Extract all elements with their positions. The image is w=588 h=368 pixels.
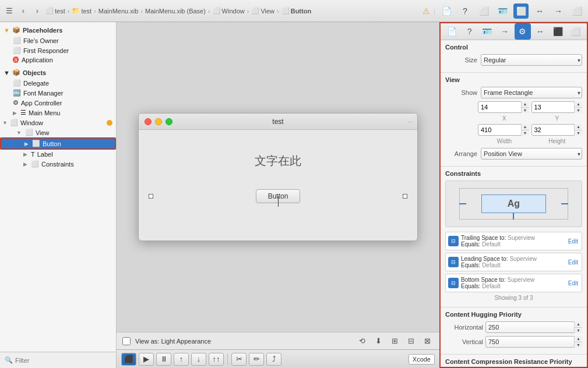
placeholders-label: Placeholders xyxy=(23,27,62,34)
sim-close-dot[interactable] xyxy=(145,118,152,125)
canvas-area[interactable]: test ··· 文字在此 Button xyxy=(117,22,439,332)
bt-btn-4[interactable]: ↑ xyxy=(174,353,189,366)
app-controller-item[interactable]: ⚙ App Controller xyxy=(0,98,116,108)
rt-size-btn[interactable]: ↔ xyxy=(532,23,548,40)
bottom-edit-btn[interactable]: Edit xyxy=(567,280,579,286)
toolbar-right-sep: | xyxy=(434,8,435,15)
center-bottom-bar: View as: Light Appearance ⟲ ⬇ ⊞ ⊟ ⊠ xyxy=(117,332,439,349)
sim-window: test ··· 文字在此 Button xyxy=(138,113,418,241)
rt-connections-btn[interactable]: → xyxy=(497,23,513,40)
rt-effects-btn[interactable]: ⬜ xyxy=(568,23,584,40)
sim-button-row: Button xyxy=(150,186,406,206)
identity-btn[interactable]: 🪪 xyxy=(495,3,510,19)
hugging-v-up[interactable]: ▲ xyxy=(575,336,582,342)
leading-edit-btn[interactable]: Edit xyxy=(567,259,579,266)
hugging-h-select[interactable]: 250 xyxy=(485,321,582,333)
breadcrumb-file-icon: ⬜ xyxy=(45,7,54,15)
sim-handle-right[interactable] xyxy=(403,194,407,199)
rt-help-btn[interactable]: ? xyxy=(462,23,478,40)
window-icon: ⬜ xyxy=(10,119,18,126)
forward-btn[interactable]: › xyxy=(31,5,43,17)
cv-outer: Ag xyxy=(459,188,568,220)
size-inspector-btn[interactable]: ↔ xyxy=(532,3,547,19)
align-btn[interactable]: ⊠ xyxy=(421,335,434,348)
label-item[interactable]: ▶ T Label xyxy=(0,150,116,159)
hugging-v-down[interactable]: ▼ xyxy=(575,342,582,348)
hugging-h-down[interactable]: ▼ xyxy=(575,328,582,334)
bt-btn-5[interactable]: ↓ xyxy=(191,353,206,366)
bt-btn-2[interactable]: ▶ xyxy=(139,353,154,366)
breadcrumb-xib1[interactable]: MainMenu.xib xyxy=(98,8,138,15)
bindings-btn[interactable]: ⬜ xyxy=(569,3,585,19)
bt-btn-arrow[interactable]: ⤴ xyxy=(266,353,281,366)
coord-x-down[interactable]: ▼ xyxy=(522,108,529,114)
leading-constraint-text: Leading Space to: Superview Equals: Defa… xyxy=(461,256,565,268)
coord-y-up[interactable]: ▲ xyxy=(575,101,582,108)
connections-btn[interactable]: → xyxy=(551,3,566,19)
bt-btn-6[interactable]: ↑↑ xyxy=(209,353,224,366)
rt-bindings-btn[interactable]: ⬛ xyxy=(550,23,566,40)
constraints-item[interactable]: ▶ ⬜ Constraints xyxy=(0,159,116,169)
hugging-v-select[interactable]: 750 xyxy=(485,336,582,348)
back-btn[interactable]: ‹ xyxy=(17,5,29,17)
view-show-select[interactable]: Frame Rectangle xyxy=(481,87,582,98)
filter-input[interactable] xyxy=(15,357,111,364)
trailing-edit-btn[interactable]: Edit xyxy=(567,238,579,245)
sim-titlebar: test ··· xyxy=(139,114,417,130)
zoom-fit-btn[interactable]: ⟲ xyxy=(355,335,368,348)
coord-w-down[interactable]: ▼ xyxy=(522,130,529,136)
bt-btn-3[interactable]: ⏸ xyxy=(156,353,171,366)
coord-y-down[interactable]: ▼ xyxy=(575,108,582,114)
main-menu-item[interactable]: ▶ ☰ Main Menu xyxy=(0,108,116,118)
sim-max-dot[interactable] xyxy=(166,118,172,125)
placeholders-group-header[interactable]: ▼ 📦 Placeholders xyxy=(0,24,116,36)
hugging-v-label: Vertical xyxy=(445,338,483,345)
bt-btn-scissors[interactable]: ✂ xyxy=(231,353,247,366)
files-owner-item[interactable]: ⬜ File's Owner xyxy=(0,36,116,45)
hugging-v-select-wrap: 750 ▲ ▼ xyxy=(485,336,582,348)
application-item[interactable]: 🅐 Application xyxy=(0,55,116,65)
grid-btn[interactable]: ⊞ xyxy=(388,335,401,348)
rt-file-btn[interactable]: 📄 xyxy=(443,23,460,40)
delegate-item[interactable]: ⬜ Delegate xyxy=(0,78,116,88)
file-inspector-btn[interactable]: 📄 xyxy=(439,3,454,19)
control-size-select[interactable]: Regular xyxy=(481,54,582,66)
objects-group-header[interactable]: ▼ 📦 Objects xyxy=(0,67,116,78)
view-arrange-row: Arrange Position View ▾ xyxy=(445,148,582,160)
first-responder-item[interactable]: ⬜ First Responder xyxy=(0,45,116,55)
rt-identity-btn[interactable]: 🪪 xyxy=(479,23,495,40)
window-label: Window xyxy=(20,119,43,126)
breadcrumb-view[interactable]: View xyxy=(260,8,274,15)
bt-btn-pen[interactable]: ✏ xyxy=(249,353,264,366)
breadcrumb-xib2[interactable]: MainMenu.xib (Base) xyxy=(145,8,206,15)
button-item[interactable]: ▶ ⬜ Button xyxy=(0,137,116,150)
coord-x-up[interactable]: ▲ xyxy=(522,101,529,108)
main-menu-label: Main Menu xyxy=(29,109,60,116)
sidebar-toggle-btn[interactable]: ☰ xyxy=(3,5,15,17)
bottom-constraint: ⊟ Bottom Space to: Superview Equals: Def… xyxy=(445,274,582,292)
sim-handle-left[interactable] xyxy=(149,194,153,199)
view-item[interactable]: ▼ ⬜ View xyxy=(0,128,116,137)
breadcrumb-test1[interactable]: test xyxy=(55,8,65,15)
control-size-row: Size Regular ▾ xyxy=(445,54,582,66)
font-manager-item[interactable]: 🔤 Font Manager xyxy=(0,88,116,98)
coord-w-up[interactable]: ▲ xyxy=(522,124,529,130)
coord-h-down[interactable]: ▼ xyxy=(575,130,582,136)
breadcrumb-window[interactable]: Window xyxy=(222,8,245,15)
coord-h-up[interactable]: ▲ xyxy=(575,124,582,130)
hugging-h-up[interactable]: ▲ xyxy=(575,321,582,328)
help-btn[interactable]: ? xyxy=(457,3,473,19)
measure-btn[interactable]: ⊟ xyxy=(404,335,417,348)
download-btn[interactable]: ⬇ xyxy=(372,335,385,348)
rt-attributes-btn[interactable]: ⚙ xyxy=(515,23,531,40)
appearance-checkbox[interactable] xyxy=(122,337,131,345)
attributes-btn[interactable]: ⬜ xyxy=(513,3,529,19)
bt-btn-1[interactable]: ⬛ xyxy=(121,353,136,366)
sim-min-dot[interactable] xyxy=(155,118,162,125)
breadcrumb-test2[interactable]: test xyxy=(81,8,91,15)
quick-help-btn[interactable]: ⬜ xyxy=(476,3,491,19)
window-item[interactable]: ▼ ⬜ Window xyxy=(0,118,116,128)
view-arrange-select[interactable]: Position View xyxy=(481,148,582,160)
breadcrumb-button[interactable]: Button xyxy=(291,8,311,15)
filter-bar: 🔍 xyxy=(0,352,116,368)
